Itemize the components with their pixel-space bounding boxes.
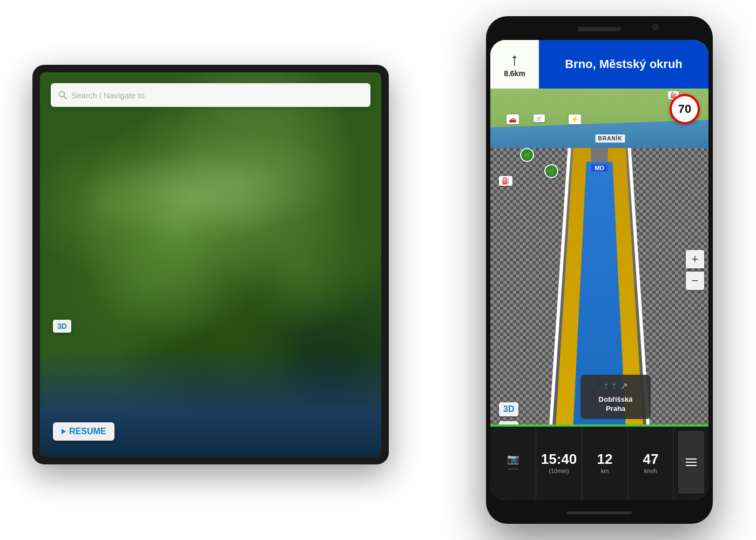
speed-limit-sign: 70 [670,94,700,124]
direction-street-box: Brno, Městský okruh [539,40,708,89]
status-progress-bar [490,424,708,427]
phone-zoom-plus-button[interactable]: + [686,250,704,268]
status-distance-value: 12 [597,451,613,468]
poi-charge-icon: ⚡ [569,114,581,124]
green-poi-2: 🌿 [544,164,558,178]
phone-screen: 🚗 🛒 ⚡ ⛽ 🌿 🌿 ⛽ BRANÍK MO ↑ 8.6km [490,40,708,500]
tablet-device: Search / Navigate to 3D RESUME [32,65,389,464]
poi-shop-icon: 🛒 [534,114,545,122]
resume-triangle-icon [62,429,66,434]
search-placeholder-text: Search / Navigate to [71,91,145,100]
phone-direction-panel: ↑ 8.6km Brno, Městský okruh [490,40,708,89]
turn-instruction-box: ↑ ↑ ↗ Dobříšská Praha [580,375,651,419]
camera-icon-label: —— [508,466,518,471]
scene: Search / Navigate to 3D RESUME [0,0,756,540]
status-speed-value: 47 [643,451,659,468]
direction-street-name: Brno, Městský okruh [565,57,683,71]
status-menu-button[interactable] [678,431,704,494]
status-cell-speed: 47 km/h [628,424,674,500]
phone-camera [652,24,659,30]
status-cell-time: 15:40 (10min) [536,424,582,500]
poi-fuel-left: ⛽ [499,176,512,186]
resume-button-label: RESUME [69,427,106,436]
tablet-screen: Search / Navigate to 3D RESUME [40,72,381,457]
status-cell-distance: 12 km [582,424,628,500]
tablet-search-bar[interactable]: Search / Navigate to [51,83,370,107]
speed-limit-value: 70 [678,102,691,116]
tablet-water-layer [40,349,381,457]
phone-device: 🚗 🛒 ⚡ ⛽ 🌿 🌿 ⛽ BRANÍK MO ↑ 8.6km [486,16,713,524]
green-poi-1: 🌿 [520,148,534,162]
turn-icons-row: ↑ ↑ ↗ [588,380,643,392]
turn-arrow-up-icon: ↑ [612,380,617,392]
hamburger-icon [686,458,697,466]
camera-radar-icon: 📷 [507,453,519,465]
direction-arrow-box: ↑ 8.6km [490,40,539,89]
direction-up-arrow-icon: ↑ [510,51,519,68]
status-time-sub: (10min) [549,468,569,474]
phone-status-bar: 📷 —— 15:40 (10min) 12 km 47 km/h [490,424,708,500]
phone-speaker [578,27,621,31]
phone-3d-button[interactable]: 3D [499,402,518,416]
tablet-resume-button[interactable]: RESUME [53,422,114,441]
turn-street-name-line2: Praha [588,404,643,414]
svg-line-1 [64,97,67,99]
status-distance-unit: km [601,468,609,474]
turn-street-name-line1: Dobříšská [588,395,643,404]
phone-zoom-minus-button[interactable]: − [686,272,704,290]
status-speed-unit: km/h [644,468,657,474]
phone-home-bar [567,511,632,514]
search-icon [58,91,67,99]
tablet-mountains-layer [40,116,381,278]
status-time-value: 15:40 [541,451,577,468]
turn-arrow-curve-icon: ↗ [620,380,628,392]
status-cell-camera: 📷 —— [490,424,536,500]
tablet-3d-button[interactable]: 3D [53,320,71,333]
area-label-branik: BRANÍK [596,134,625,143]
poi-car-icon: 🚗 [507,114,519,124]
road-label-mo: MO [591,164,608,172]
turn-arrow-straight-icon: ↑ [604,380,609,392]
direction-distance: 8.6km [504,69,525,78]
